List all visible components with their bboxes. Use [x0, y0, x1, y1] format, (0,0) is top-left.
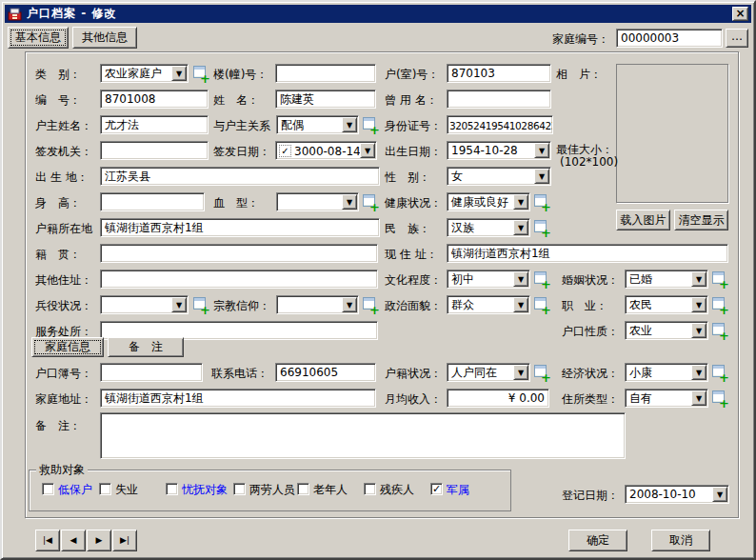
checkbox-military-family-label[interactable]: 军属 [447, 481, 469, 498]
dropdown-arrow-icon[interactable]: ▼ [691, 271, 706, 287]
nav-first-button[interactable]: |◀ [35, 530, 60, 551]
load-image-button[interactable]: 载入图片 [616, 210, 670, 230]
hukou-status-add-icon[interactable]: + [533, 364, 551, 382]
ethnicity-select[interactable]: 汉族 ▼ [447, 218, 530, 237]
category-add-icon[interactable]: + [192, 65, 210, 83]
dropdown-arrow-icon[interactable]: ▼ [691, 297, 706, 312]
dropdown-arrow-icon[interactable]: ▼ [513, 365, 528, 380]
dropdown-arrow-icon[interactable]: ▼ [513, 271, 528, 287]
issue-date-picker[interactable]: ✓ 3000-08-14 ▼ [275, 141, 377, 160]
relation-add-icon[interactable]: + [362, 116, 380, 134]
nav-next-button[interactable]: ▶ [87, 530, 111, 551]
hukou-type-add-icon[interactable]: + [711, 322, 729, 340]
tab-other-info[interactable]: 其他信息 [72, 27, 137, 49]
native-place-input[interactable] [100, 244, 378, 263]
checkbox-disabled-label[interactable]: 残疾人 [380, 481, 414, 498]
residence-type-select[interactable]: 自有 ▼ [625, 389, 708, 408]
id-no-input[interactable]: 320524195410286423 [447, 115, 553, 134]
other-addr-input[interactable] [100, 270, 378, 289]
checkbox-elderly-label[interactable]: 老年人 [313, 481, 348, 498]
nav-last-button[interactable]: ▶| [112, 530, 137, 551]
clear-image-button[interactable]: 清空显示 [674, 210, 728, 230]
education-add-icon[interactable]: + [533, 270, 551, 289]
name-input[interactable]: 陈建英 [275, 90, 376, 109]
military-add-icon[interactable]: + [192, 296, 210, 314]
dropdown-arrow-icon[interactable]: ▼ [534, 143, 549, 158]
category-select[interactable]: 农业家庭户 ▼ [100, 64, 189, 83]
checkbox-low-income[interactable] [42, 483, 54, 495]
dropdown-arrow-icon[interactable]: ▼ [342, 194, 357, 210]
birth-date-select[interactable]: 1954-10-28 ▼ [447, 141, 551, 160]
health-add-icon[interactable]: + [533, 193, 551, 211]
occupation-add-icon[interactable]: + [711, 296, 729, 314]
dropdown-arrow-icon[interactable]: ▼ [691, 365, 706, 380]
tab-remark[interactable]: 备 注 [108, 337, 184, 357]
former-name-input[interactable] [447, 90, 551, 109]
hukou-type-select[interactable]: 农业 ▼ [625, 321, 708, 340]
family-no-browse-button[interactable]: … [726, 29, 748, 48]
cancel-button[interactable]: 取消 [651, 530, 710, 551]
hukou-status-select[interactable]: 人户同在 ▼ [447, 363, 530, 382]
checkbox-elderly[interactable] [297, 483, 309, 495]
checkbox-low-income-label[interactable]: 低保户 [58, 481, 92, 498]
dropdown-arrow-icon[interactable]: ▼ [171, 297, 187, 312]
family-addr-input[interactable]: 镇湖街道西京村1组 [100, 389, 376, 408]
dropdown-arrow-icon[interactable]: ▼ [712, 487, 727, 502]
close-icon[interactable]: × [732, 7, 748, 21]
issue-org-input[interactable] [100, 141, 209, 160]
economic-select[interactable]: 小康 ▼ [625, 363, 708, 382]
religion-add-icon[interactable]: + [362, 296, 380, 314]
checkbox-reformed[interactable] [233, 483, 246, 495]
dropdown-arrow-icon[interactable]: ▼ [342, 117, 357, 132]
phone-input[interactable]: 66910605 [275, 363, 376, 382]
dropdown-arrow-icon[interactable]: ▼ [691, 323, 706, 338]
ethnicity-add-icon[interactable]: + [533, 219, 551, 237]
dropdown-arrow-icon[interactable]: ▼ [534, 169, 549, 184]
residence-type-add-icon[interactable]: + [711, 390, 729, 408]
marital-select[interactable]: 已婚 ▼ [625, 270, 708, 289]
dropdown-arrow-icon[interactable]: ▼ [342, 297, 357, 312]
checkbox-unemployed-label[interactable]: 失业 [115, 481, 138, 498]
reg-addr-input[interactable]: 镇湖街道西京村1组 [100, 218, 380, 237]
dropdown-arrow-icon[interactable]: ▼ [171, 66, 187, 81]
dropdown-arrow-icon[interactable]: ▼ [513, 220, 528, 235]
tab-basic-info[interactable]: 基本信息 [8, 27, 69, 49]
political-add-icon[interactable]: + [533, 296, 551, 314]
checkbox-special-care-label[interactable]: 忧抚对象 [182, 481, 228, 498]
booklet-no-input[interactable] [100, 363, 203, 382]
birth-place-input[interactable]: 江苏吴县 [100, 167, 380, 186]
marital-add-icon[interactable]: + [711, 270, 729, 289]
room-no-input[interactable]: 870103 [447, 64, 551, 83]
checkbox-disabled[interactable] [364, 483, 376, 495]
military-select[interactable]: ▼ [100, 295, 189, 314]
dropdown-arrow-icon[interactable]: ▼ [513, 194, 528, 210]
gender-select[interactable]: 女 ▼ [447, 167, 551, 186]
issue-date-checkbox[interactable]: ✓ [279, 145, 291, 157]
income-input[interactable]: ¥ 0.00 [447, 389, 549, 408]
blood-type-add-icon[interactable]: + [362, 193, 380, 211]
remark-textarea[interactable] [100, 412, 626, 459]
checkbox-reformed-label[interactable]: 两劳人员 [249, 481, 295, 498]
checkbox-special-care[interactable] [166, 483, 178, 495]
height-input[interactable] [100, 192, 205, 211]
political-select[interactable]: 群众 ▼ [447, 295, 530, 314]
head-name-input[interactable]: 尤才法 [100, 115, 209, 134]
education-select[interactable]: 初中 ▼ [447, 270, 530, 289]
occupation-select[interactable]: 农民 ▼ [625, 295, 708, 314]
health-select[interactable]: 健康或良好 ▼ [447, 192, 530, 211]
dropdown-arrow-icon[interactable]: ▼ [360, 143, 375, 158]
current-addr-input[interactable]: 镇湖街道西京村1组 [447, 244, 728, 263]
reg-date-select[interactable]: 2008-10-10 ▼ [625, 485, 729, 504]
tab-family-info[interactable]: 家庭信息 [31, 337, 104, 357]
dropdown-arrow-icon[interactable]: ▼ [691, 390, 706, 406]
nav-prev-button[interactable]: ◀ [61, 530, 86, 551]
serial-no-input[interactable]: 8701008 [100, 90, 209, 109]
dropdown-arrow-icon[interactable]: ▼ [513, 297, 528, 312]
checkbox-military-family[interactable]: ✓ [430, 483, 443, 495]
family-no-input[interactable]: 00000003 [616, 29, 723, 48]
economic-add-icon[interactable]: + [711, 364, 729, 382]
religion-select[interactable]: ▼ [276, 295, 359, 314]
ok-button[interactable]: 确定 [568, 530, 627, 551]
blood-type-select[interactable]: ▼ [276, 192, 359, 211]
relation-select[interactable]: 配偶 ▼ [276, 115, 359, 134]
